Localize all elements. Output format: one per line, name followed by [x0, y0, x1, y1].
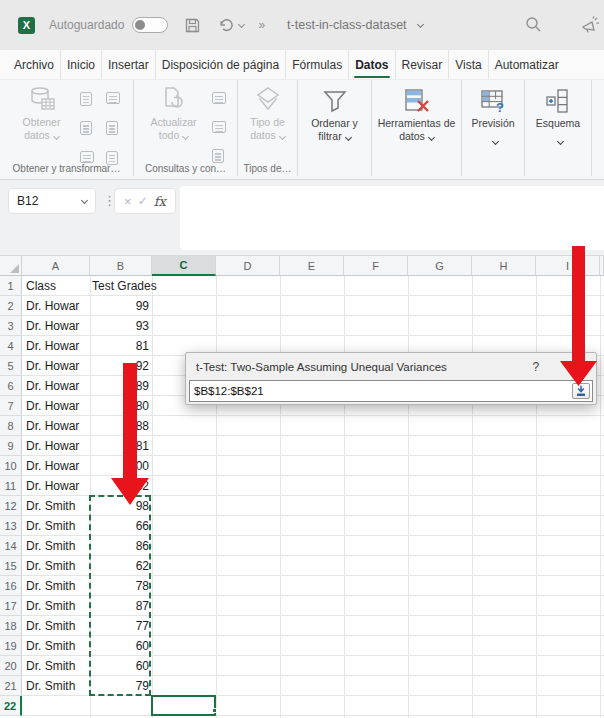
cell[interactable]: 81 [90, 436, 152, 456]
cell[interactable]: 79 [90, 676, 152, 696]
column-header-c[interactable]: C [152, 256, 216, 276]
column-header-f[interactable]: F [344, 256, 408, 276]
column-header-d[interactable]: D [216, 256, 280, 276]
row-header[interactable]: 17 [0, 596, 22, 616]
active-cell-c22[interactable] [151, 695, 216, 716]
range-input[interactable]: $B$12:$B$21 [189, 380, 593, 402]
row-header[interactable]: 5 [0, 356, 22, 376]
tab-vista[interactable]: Vista [449, 50, 488, 79]
cell[interactable]: 62 [90, 556, 152, 576]
cell[interactable] [22, 696, 90, 716]
cell[interactable]: Dr. Smith [22, 596, 90, 616]
cell[interactable]: 98 [90, 496, 152, 516]
row-header[interactable]: 6 [0, 376, 22, 396]
cell[interactable]: 88 [90, 416, 152, 436]
row-header[interactable]: 12 [0, 496, 22, 516]
edit-links-icon[interactable] [212, 149, 224, 163]
tab-archivo[interactable]: Archivo [8, 50, 61, 79]
select-all-button[interactable] [0, 256, 22, 276]
name-box[interactable]: B12 [8, 188, 96, 214]
cell[interactable]: Dr. Smith [22, 516, 90, 536]
more-commands-icon[interactable]: » [258, 18, 265, 32]
from-table-icon[interactable] [80, 151, 94, 163]
cell[interactable]: Dr. Howar [22, 456, 90, 476]
column-header-b[interactable]: B [90, 256, 152, 276]
cell[interactable]: Dr. Smith [22, 536, 90, 556]
properties-icon[interactable] [212, 92, 226, 104]
feedback-megaphone-icon[interactable] [580, 15, 600, 35]
cell[interactable]: Dr. Howar [22, 476, 90, 496]
row-header[interactable]: 9 [0, 436, 22, 456]
column-header-i[interactable]: I [536, 256, 600, 276]
column-header-a[interactable]: A [22, 256, 90, 276]
cell[interactable]: 66 [90, 516, 152, 536]
tab-revisar[interactable]: Revisar [396, 50, 450, 79]
row-header[interactable]: 13 [0, 516, 22, 536]
column-header-h[interactable]: H [472, 256, 536, 276]
cell[interactable]: Dr. Smith [22, 616, 90, 636]
cell[interactable] [90, 696, 152, 716]
cell[interactable]: Dr. Howar [22, 336, 90, 356]
row-header[interactable]: 4 [0, 336, 22, 356]
workbook-links-icon[interactable] [212, 121, 226, 133]
row-header[interactable]: 15 [0, 556, 22, 576]
row-header[interactable]: 21 [0, 676, 22, 696]
column-header-g[interactable]: G [408, 256, 472, 276]
cancel-formula-icon[interactable]: × [124, 194, 132, 209]
cell[interactable]: Class [22, 276, 90, 296]
tab-datos[interactable]: Datos [349, 50, 395, 79]
row-header[interactable]: 8 [0, 416, 22, 436]
cell[interactable]: 92 [90, 356, 152, 376]
from-web-icon[interactable] [80, 121, 92, 135]
outline-button[interactable]: Esquema [527, 85, 590, 176]
cell[interactable]: 99 [90, 296, 152, 316]
cell[interactable]: Dr. Smith [22, 576, 90, 596]
autosave-toggle[interactable] [132, 17, 168, 33]
column-header-e[interactable]: E [280, 256, 344, 276]
row-header[interactable]: 18 [0, 616, 22, 636]
collapse-dialog-button[interactable] [572, 383, 590, 399]
excel-logo-icon[interactable]: X [18, 17, 35, 34]
cell[interactable]: 86 [90, 536, 152, 556]
fill-handle[interactable] [212, 708, 217, 713]
sort-filter-button[interactable]: Ordenar y filtrar [300, 85, 370, 176]
cell[interactable]: 77 [90, 616, 152, 636]
row-header[interactable]: 2 [0, 296, 22, 316]
cell[interactable]: 87 [90, 596, 152, 616]
undo-icon[interactable] [217, 17, 244, 33]
cell[interactable]: 60 [90, 636, 152, 656]
dialog-help-button[interactable]: ? [533, 360, 540, 374]
cell[interactable]: Dr. Smith [22, 496, 90, 516]
row-header[interactable]: 7 [0, 396, 22, 416]
tab-disposicion[interactable]: Disposición de página [156, 50, 286, 79]
cell[interactable]: Dr. Smith [22, 676, 90, 696]
name-box-dropdown-icon[interactable] [81, 196, 88, 203]
row-header[interactable]: 19 [0, 636, 22, 656]
cell[interactable]: 100 [90, 456, 152, 476]
cell[interactable]: 89 [90, 376, 152, 396]
cell[interactable]: 78 [90, 576, 152, 596]
row-header-active[interactable]: 22 [0, 696, 22, 716]
accept-formula-icon[interactable]: ✓ [138, 194, 148, 208]
data-tools-button[interactable]: Herramientas de datos [374, 85, 460, 176]
undo-dropdown-icon[interactable] [238, 20, 245, 27]
row-header[interactable]: 16 [0, 576, 22, 596]
cell[interactable]: Dr. Smith [22, 556, 90, 576]
cell[interactable]: 82 [90, 476, 152, 496]
search-icon[interactable] [524, 15, 543, 34]
cell[interactable]: 60 [90, 656, 152, 676]
tab-formulas[interactable]: Fórmulas [286, 50, 349, 79]
ttest-dialog[interactable]: t-Test: Two-Sample Assuming Unequal Vari… [185, 352, 597, 405]
row-header[interactable]: 1 [0, 276, 22, 296]
tab-insertar[interactable]: Insertar [102, 50, 156, 79]
formula-input[interactable] [180, 186, 604, 250]
document-title[interactable]: t-test-in-class-dataset [287, 18, 422, 32]
row-header[interactable]: 10 [0, 456, 22, 476]
cell[interactable]: Dr. Howar [22, 316, 90, 336]
cell[interactable]: Dr. Howar [22, 296, 90, 316]
cell[interactable]: Dr. Smith [22, 636, 90, 656]
cell[interactable]: Dr. Howar [22, 356, 90, 376]
dialog-close-button[interactable]: × [569, 359, 578, 374]
row-header[interactable]: 14 [0, 536, 22, 556]
recent-file-icon[interactable] [106, 121, 118, 135]
